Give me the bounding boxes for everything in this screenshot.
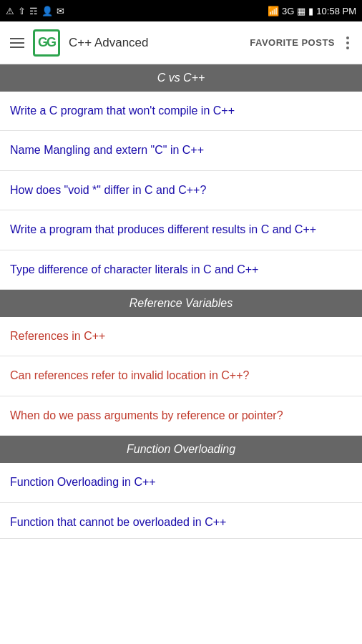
logo-icon: GG [33,29,60,57]
list-item[interactable]: Type difference of character literals in… [0,250,362,290]
list-item-text: How does "void *" differ in C and C++? [10,184,206,196]
content-area: C vs C++ Write a C program that won't co… [0,64,362,539]
wifi-icon: 📶 [268,6,279,16]
list-item[interactable]: When do we pass arguments by reference o… [0,396,362,436]
favorite-posts-button[interactable]: FAVORITE POSTS [244,37,341,48]
logo: GG [33,29,60,57]
section-header-c-vs-cpp-text: C vs C++ [157,72,205,84]
list-item-text: Function that cannot be overloaded in C+… [10,516,226,528]
section-header-function-overloading: Function Overloading [0,436,362,463]
list-item-text: References in C++ [10,330,105,342]
list-item[interactable]: Can references refer to invalid location… [0,356,362,396]
status-icons-left: ⚠ ⇧ ☶ 👤 ✉ [6,6,64,16]
list-item[interactable]: Function Overloading in C++ [0,463,362,502]
battery-icon: ▮ [308,6,313,16]
list-item[interactable]: Write a C program that won't compile in … [0,92,362,131]
messenger-icon: ✉ [57,6,64,16]
section-header-reference-variables: Reference Variables [0,290,362,317]
list-item-text: Name Mangling and extern "C" in C++ [10,144,204,156]
signal-icon: ▦ [297,6,305,16]
list-item[interactable]: Name Mangling and extern "C" in C++ [0,131,362,170]
list-item[interactable]: How does "void *" differ in C and C++? [0,171,362,210]
upload-icon: ⇧ [18,6,26,16]
app-bar: GG C++ Advanced FAVORITE POSTS [0,21,362,64]
list-item-text: Write a C program that won't compile in … [10,104,235,117]
section-header-reference-variables-text: Reference Variables [129,297,233,309]
list-item[interactable]: Function that cannot be overloaded in C+… [0,503,362,539]
time-label: 10:58 PM [316,6,356,16]
hamburger-button[interactable] [7,35,27,51]
network-label: 3G [282,6,294,16]
app-bar-left: GG C++ Advanced [7,29,244,57]
list-item-text: Write a program that produces different … [10,223,316,235]
section-header-function-overloading-text: Function Overloading [127,443,235,455]
list-item-text: Can references refer to invalid location… [10,369,249,381]
image-icon: ☶ [29,6,38,16]
status-bar: ⚠ ⇧ ☶ 👤 ✉ 📶 3G ▦ ▮ 10:58 PM [0,0,362,21]
list-item-text: When do we pass arguments by reference o… [10,409,283,421]
overflow-menu-button[interactable] [341,34,355,52]
list-item-text: Type difference of character literals in… [10,263,258,275]
list-item[interactable]: References in C++ [0,317,362,356]
section-header-c-vs-cpp: C vs C++ [0,64,362,92]
notification-icon: ⚠ [6,6,14,16]
list-item-text: Function Overloading in C++ [10,476,156,488]
list-item[interactable]: Write a program that produces different … [0,210,362,250]
app-title: C++ Advanced [69,36,149,50]
status-icons-right: 📶 3G ▦ ▮ 10:58 PM [268,6,356,16]
user-icon: 👤 [41,6,53,16]
